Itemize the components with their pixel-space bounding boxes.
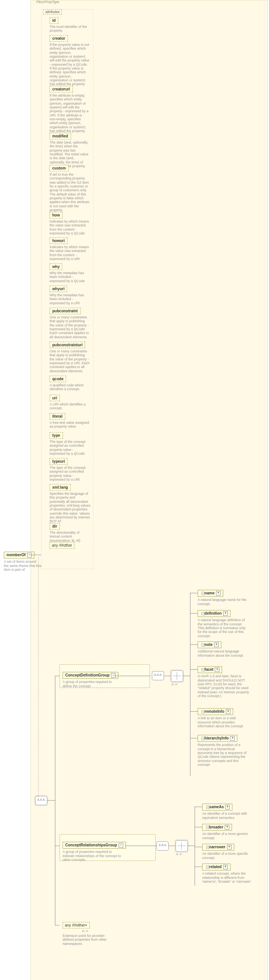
attr-how: how Indicates by which means the value w…: [50, 212, 90, 235]
child-desc: A natural language definition of the sem…: [198, 618, 247, 638]
child-desc: In NAR 1.8 and later, facet is deprecate…: [198, 674, 249, 698]
child-tag[interactable]: ≡broader+: [202, 824, 232, 831]
attr-id: id The local identifier of the property.: [50, 17, 88, 33]
child-label: definition: [205, 611, 222, 615]
child-tag[interactable]: ≡name+: [198, 590, 223, 597]
attr-tag[interactable]: how: [50, 212, 63, 218]
child-tag[interactable]: ≡definition+: [198, 610, 230, 617]
child-tag[interactable]: ≡sameAs+: [202, 804, 232, 810]
attr-tag[interactable]: xml:lang: [50, 484, 71, 491]
attr-desc: The directionality of textual content (e…: [50, 531, 90, 542]
attr-label: custom: [52, 166, 66, 170]
attrs-icon: ≡: [201, 668, 205, 672]
child-tag[interactable]: ≡note+: [198, 641, 221, 648]
attr-id-tag[interactable]: id: [50, 17, 58, 24]
attr-desc: Specifies the language of this property …: [50, 492, 91, 523]
expand-icon[interactable]: +: [223, 611, 228, 616]
attr-tag[interactable]: creatoruri: [50, 86, 73, 92]
connector: [125, 846, 156, 846]
child-tag[interactable]: ≡narrower+: [202, 844, 234, 851]
connector: [190, 669, 198, 670]
child-label: facet: [205, 667, 213, 672]
group-definition-label: ConceptDefinitionGroup: [65, 673, 110, 677]
attr-tag[interactable]: modified: [50, 133, 71, 139]
child-definition: ≡definition+ A natural language definiti…: [198, 610, 247, 638]
group-relationships: ConceptRelationshipsGroup− A group of pr…: [63, 842, 126, 862]
expand-icon[interactable]: +: [85, 923, 87, 927]
connector: [38, 557, 39, 796]
attr-desc: Why the metadata has been included - exp…: [50, 271, 90, 283]
attr-label: how: [52, 213, 60, 217]
attr-tag[interactable]: why: [50, 263, 62, 270]
attrs-icon: ≡: [201, 710, 205, 714]
attr-tag[interactable]: pubconstraint: [50, 308, 81, 314]
attr-desc: The type of the concept assigned as cont…: [50, 466, 90, 481]
attr-label: why: [52, 265, 60, 269]
connector: [55, 676, 60, 676]
connector: [55, 925, 60, 925]
child-desc: A link to an item or a web resource whic…: [198, 716, 247, 728]
attr-why: why Why the metadata has been included -…: [50, 263, 90, 283]
attr-tag[interactable]: typeuri: [50, 458, 68, 465]
connector: [114, 676, 151, 676]
child-tag[interactable]: ≡remoteInfo+: [198, 708, 233, 715]
expand-icon[interactable]: +: [215, 667, 219, 672]
attr-tag[interactable]: dir: [50, 523, 60, 530]
attrs-icon: ≡: [206, 826, 209, 829]
any-attr-label: any ##other: [52, 543, 72, 547]
attr-tag[interactable]: whyuri: [50, 286, 67, 292]
expand-icon[interactable]: +: [216, 591, 221, 596]
expand-icon[interactable]: +: [223, 865, 228, 869]
choice-compositor: [171, 670, 183, 682]
attr-creatoruri: creatoruri If the attribute is empty, sp…: [50, 86, 90, 133]
child-tag[interactable]: ≡facet+: [198, 666, 222, 673]
collapse-icon[interactable]: −: [119, 843, 123, 848]
attr-label: uri: [52, 396, 57, 400]
child-desc: An identifier of a concept with equivale…: [202, 812, 252, 820]
attrs-icon: ≡: [206, 865, 209, 869]
attr-label: whyuri: [52, 287, 64, 291]
group-relationships-tag[interactable]: ConceptRelationshipsGroup−: [63, 842, 126, 849]
child-label: hierarchyInfo: [205, 736, 229, 740]
child-tag[interactable]: ≡related+: [202, 864, 230, 870]
attrs-icon: ≡: [201, 643, 205, 647]
attr-tag[interactable]: uri: [50, 395, 60, 401]
attr-pubconstrainturi: pubconstrainturi One or many constraints…: [50, 342, 90, 373]
connector: [190, 613, 198, 614]
attr-pubconstraint: pubconstraint One or many constraints th…: [50, 308, 90, 339]
memberof-desc: A set of Items around the same theme tha…: [4, 560, 42, 572]
connector: [55, 676, 55, 925]
attr-id-label: id: [52, 18, 56, 23]
attr-tag[interactable]: creator: [50, 35, 68, 42]
attr-desc: One or many constraints that apply to pu…: [50, 315, 90, 339]
group-definition-tag[interactable]: ConceptDefinitionGroup−: [63, 672, 118, 679]
child-label: note: [205, 643, 213, 647]
occurrence-label: 0..∞: [176, 852, 182, 856]
expand-icon[interactable]: +: [214, 643, 219, 647]
attr-desc: One or many constraints that apply to pu…: [50, 349, 90, 373]
choice-compositor: [176, 840, 188, 852]
attr-modified: modified The date (and, optionally, the …: [50, 133, 90, 168]
attr-label: creator: [52, 36, 65, 40]
expand-icon[interactable]: +: [226, 709, 230, 714]
child-tag[interactable]: ≡hierarchyInfo+: [198, 735, 237, 742]
connector: [190, 711, 198, 712]
attr-tag[interactable]: qcode: [50, 376, 66, 382]
attr-tag[interactable]: literal: [50, 413, 65, 420]
extension-any: any ##other+ 0..∞ Extension point for pr…: [63, 922, 116, 946]
attr-desc: A free-text value assigned as property v…: [50, 421, 90, 429]
expand-icon[interactable]: +: [230, 736, 235, 741]
attr-tag[interactable]: pubconstrainturi: [50, 342, 85, 348]
connector: [195, 827, 202, 827]
memberof-tag[interactable]: memberOf−: [4, 552, 34, 559]
attr-tag[interactable]: custom: [50, 165, 69, 171]
expand-icon[interactable]: +: [227, 845, 232, 849]
connector: [195, 847, 202, 847]
expand-icon[interactable]: +: [225, 825, 229, 830]
expand-icon[interactable]: +: [225, 805, 230, 809]
attr-creator: creator If the property value is not def…: [50, 35, 90, 90]
collapse-icon[interactable]: −: [27, 553, 32, 557]
attr-xmllang: xml:lang Specifies the language of this …: [50, 484, 91, 523]
attr-tag[interactable]: howuri: [50, 237, 68, 244]
attr-tag[interactable]: type: [50, 432, 63, 439]
